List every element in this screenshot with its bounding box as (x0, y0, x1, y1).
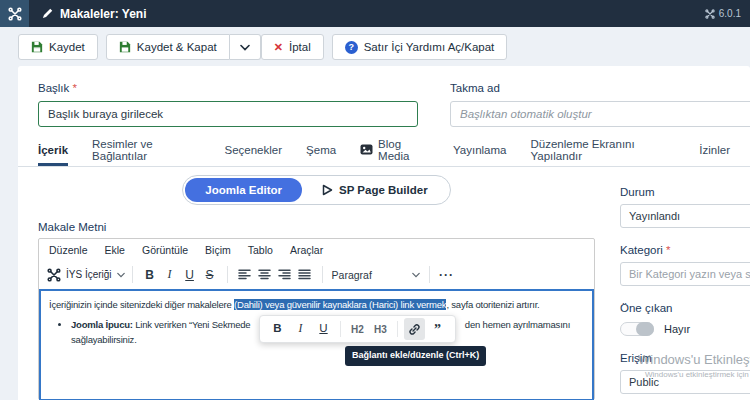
alias-input[interactable] (450, 101, 750, 127)
tab-yayinlama[interactable]: Yayınlama (453, 134, 506, 166)
featured-field: Öne çıkan Hayır (620, 298, 750, 336)
joomla-logo-icon[interactable] (0, 0, 29, 27)
menu-araclar[interactable]: Araçlar (290, 244, 323, 256)
version-badge: 6.0.1 (705, 0, 741, 27)
tab-duzenleme-ekranini-yapilandir[interactable]: Düzenleme Ekranını Yapılandır (531, 134, 676, 166)
top-header-bar: Makaleler: Yeni 6.0.1 (0, 0, 750, 27)
underline-button[interactable]: U (180, 264, 200, 286)
page-title-group: Makaleler: Yeni (42, 7, 147, 21)
title-field-group: Başlık * (38, 78, 418, 127)
menu-tablo[interactable]: Tablo (248, 244, 273, 256)
jys-content-dropdown-button[interactable]: İYS İçeriği (47, 268, 125, 282)
inline-help-toggle-button[interactable]: ? Satır İçi Yardımı Aç/Kapat (332, 34, 508, 60)
more-tools-button[interactable]: ··· (437, 264, 457, 286)
save-close-split-button: Kaydet & Kapat (106, 34, 261, 60)
editor-paragraph: İçeriğinizin içinde sitenizdeki diğer ma… (49, 298, 584, 312)
menu-goruntule[interactable]: Görüntüle (142, 244, 188, 256)
quick-h3-button[interactable]: H3 (370, 318, 391, 340)
link-icon (408, 323, 421, 336)
align-right-button[interactable] (275, 264, 295, 286)
category-input[interactable] (629, 268, 750, 280)
menu-duzenle[interactable]: Düzenle (49, 244, 88, 256)
align-left-button[interactable] (235, 264, 255, 286)
pencil-icon (42, 8, 53, 19)
quick-italic-button[interactable]: I (290, 318, 311, 340)
tab-secenekler[interactable]: Seçenekler (225, 134, 283, 166)
joomla-editor-toggle-button[interactable]: Joomla Editor (185, 178, 302, 202)
toolbar-separator (340, 321, 341, 337)
quick-underline-button[interactable]: U (313, 318, 334, 340)
inline-help-label: Satır İçi Yardımı Aç/Kapat (364, 41, 495, 53)
toolbar-separator (322, 266, 323, 283)
tinymce-editor: Düzenle Ekle Görüntüle Biçim Tablo Araçl… (38, 238, 595, 400)
status-label: Durum (620, 186, 655, 198)
access-field: Erişim Public (620, 348, 750, 394)
alias-field-group: Takma ad (450, 78, 750, 127)
toolbar-separator (132, 266, 133, 283)
title-input[interactable] (38, 101, 418, 127)
save-label: Kaydet (49, 41, 85, 53)
tab-icerik[interactable]: İçerik (38, 134, 68, 166)
tab-izinler[interactable]: İzinler (699, 134, 730, 166)
sp-page-builder-toggle-button[interactable]: SP Page Builder (302, 178, 448, 202)
category-field: Kategori * (620, 240, 750, 286)
save-button[interactable]: Kaydet (18, 34, 98, 60)
alias-label: Takma ad (450, 82, 500, 94)
article-text-label: Makale Metni (38, 221, 595, 233)
help-icon: ? (345, 41, 358, 54)
align-justify-button[interactable] (295, 264, 315, 286)
bold-button[interactable]: B (140, 264, 160, 286)
blockquote-button[interactable]: ” (427, 318, 448, 340)
insert-link-button[interactable] (404, 318, 425, 340)
access-select[interactable]: Public (620, 370, 750, 394)
quick-bold-button[interactable]: B (267, 318, 288, 340)
editor-switcher-pill: Joomla Editor SP Page Builder (182, 175, 450, 205)
required-asterisk: * (666, 244, 670, 256)
selected-text: (Dahili) veya güvenilir kaynaklara (Hari… (234, 299, 446, 310)
strikethrough-button[interactable]: S (200, 264, 220, 286)
menu-bicim[interactable]: Biçim (205, 244, 231, 256)
category-label: Kategori * (620, 244, 671, 256)
featured-value: Hayır (664, 323, 690, 335)
toggle-knob (636, 322, 654, 336)
sp-page-builder-icon (322, 184, 333, 196)
tab-sema[interactable]: Şema (306, 134, 336, 166)
cancel-button[interactable]: ✕ İptal (261, 34, 324, 60)
italic-button[interactable]: I (160, 264, 180, 286)
tab-blog-media[interactable]: Blog Media (360, 134, 429, 166)
chevron-down-icon (412, 272, 420, 278)
cancel-x-icon: ✕ (274, 41, 283, 54)
menu-ekle[interactable]: Ekle (105, 244, 125, 256)
save-close-label: Kaydet & Kapat (137, 41, 217, 53)
paragraph-style-select[interactable]: Paragraf (330, 269, 422, 281)
quick-h2-button[interactable]: H2 (347, 318, 368, 340)
link-tooltip: Bağlantı ekle/düzenle (Ctrl+K) (345, 346, 486, 366)
featured-toggle[interactable] (620, 322, 654, 336)
save-icon (119, 41, 131, 53)
quick-format-toolbar: B I U H2 H3 (259, 315, 456, 343)
category-combobox[interactable] (620, 262, 750, 286)
editor-column: Joomla Editor SP Page Builder Makale Met… (38, 167, 595, 400)
action-toolbar: Kaydet Kaydet & Kapat ✕ İptal ? Satır İç… (18, 33, 745, 61)
featured-label: Öne çıkan (620, 302, 672, 314)
save-options-dropdown-button[interactable] (230, 34, 261, 60)
required-asterisk: * (73, 82, 77, 94)
align-center-button[interactable] (255, 264, 275, 286)
editor-toolbar: İYS İçeriği B I U S (39, 260, 594, 289)
save-close-button[interactable]: Kaydet & Kapat (106, 34, 230, 60)
toolbar-separator (227, 266, 228, 283)
toolbar-separator (397, 321, 398, 337)
editor-switcher: Joomla Editor SP Page Builder (38, 175, 595, 205)
joomla-version-icon (705, 9, 715, 19)
toolbar-separator (429, 266, 430, 283)
chevron-down-icon (240, 44, 250, 51)
title-label: Başlık * (38, 82, 77, 94)
tab-resimler-ve-baglantilar[interactable]: Resimler ve Bağlantılar (92, 134, 200, 166)
editor-content-area[interactable]: İçeriğinizin içinde sitenizdeki diğer ma… (39, 289, 594, 400)
status-select[interactable]: Yayınlandı (620, 204, 750, 228)
save-icon (31, 41, 43, 53)
joomla-icon (47, 268, 61, 282)
article-tabs: İçerik Resimler ve Bağlantılar Seçenekle… (18, 134, 750, 167)
access-label: Erişim (620, 352, 652, 364)
article-form-card: Başlık * Takma ad İçerik Resimler ve Bağ… (18, 66, 750, 400)
